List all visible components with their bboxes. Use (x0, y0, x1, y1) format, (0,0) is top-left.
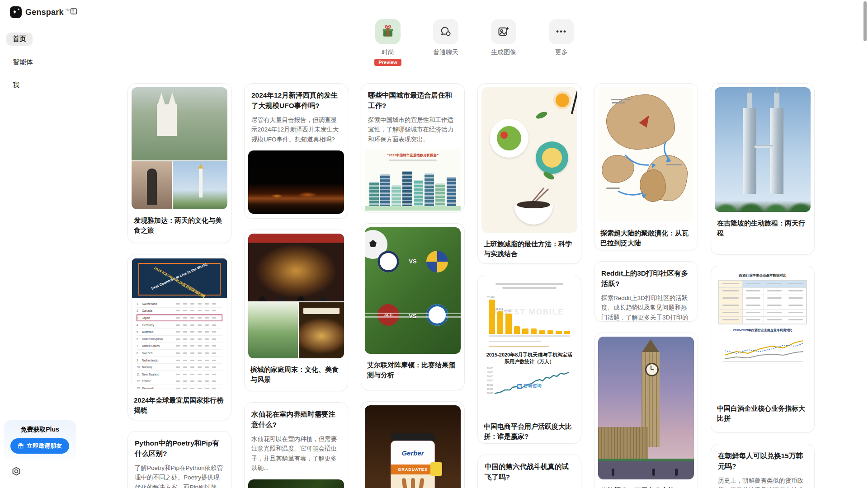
card-livable-chinese-cities[interactable]: 哪些中国城市最适合居住和工作? 探索中国城市的宜居性和工作适宜性，了解哪些城市在… (361, 83, 465, 212)
plus-promo-panel: 免费获取Plus 立即邀请朋友 (4, 420, 76, 460)
card-fat-loss-methods[interactable]: 上班族减脂的最佳方法：科学与实践结合 (477, 83, 581, 264)
sidebar-collapse-icon[interactable] (70, 8, 77, 15)
ranking-heading-line1: Best Countries to Live in the World, (142, 258, 217, 294)
action-fashion[interactable]: 时尚 Preview (370, 19, 406, 66)
ranking-row: 12France (137, 378, 222, 385)
card-gerber-baby-food[interactable]: Gerber GRADUATES lil' sticks turkey stic… (361, 401, 465, 488)
card-title: Python中的Poetry和Pip有什么区别? (135, 438, 224, 459)
petronas-towers-photo (715, 87, 811, 212)
zhiyan-watermark: 智研咨询 (524, 383, 542, 388)
card-ufo-new-jersey[interactable]: 2024年12月新泽西真的发生了大规模UFO事件吗? 尽管有大量目击报告，但调查… (244, 83, 348, 219)
chat-bubbles-icon (433, 19, 458, 44)
card-kuala-lumpur-trip[interactable]: 在吉隆坡的生动旅程：两天行程 (711, 83, 815, 255)
baijiu-line-chart (718, 333, 807, 366)
card-title: 中国白酒企业核心业务指标大比拼 (711, 401, 814, 429)
card-reddit-3d-printing[interactable]: Reddit上的3D打印社区有多活跃? 探索Reddit上3D打印社区的活跃度、… (594, 261, 698, 322)
ranking-row: 7United States (137, 343, 222, 350)
ranking-rows: 1Switzerland2Canada3Japan4Germany5Austra… (132, 298, 227, 389)
more-dots-icon: ••• (549, 19, 574, 44)
ranking-table-image: Best Countries to Live in the World, 202… (132, 258, 227, 389)
masonry-column-1: 发现雅加达：两天的文化与美食之旅 Best Countries to Live … (127, 83, 231, 488)
ranking-row: 10Norway (137, 364, 222, 371)
gerber-brand-label: Gerber (391, 441, 434, 465)
card-daffodil-care[interactable]: 水仙花在室内养殖时需要注意什么? 水仙花可以在室内种植，但需要注意光照和温度。它… (244, 402, 348, 488)
ranking-row: 9Netherlands (137, 357, 222, 364)
sidebar-nav: 首页 智能体 我 (6, 33, 39, 92)
graduates-band-label: GRADUATES (391, 465, 434, 474)
sidebar-item-home[interactable]: 首页 (6, 33, 33, 46)
sidebar-item-me[interactable]: 我 (6, 79, 26, 92)
card-body: 历史上，朝鲜曾有类似的货币政策，但目前缺乏足够证据支持或反驳这一说法。想了解更多… (718, 476, 807, 488)
penang-photo-collage (248, 234, 344, 358)
app-title: Genspark (25, 8, 64, 17)
masonry-column-2: 2024年12月新泽西真的发生了大规模UFO事件吗? 尽管有大量目击报告，但调查… (244, 83, 348, 488)
ranking-row: 13Denmark (137, 385, 222, 389)
card-supercontinent-evolution[interactable]: 探索超大陆的聚散演化：从瓦巴拉到泛大陆 (594, 83, 698, 250)
card-title: 槟城的家庭周末：文化、美食与风景 (245, 362, 348, 390)
taobao-line-chart: 90000800007000060000500004000030000 智智研咨… (486, 367, 573, 396)
action-bar: 时尚 Preview 普通聊天 生成图像 ••• 更多 (81, 19, 868, 66)
action-label: 普通聊天 (433, 48, 458, 56)
invite-friends-button[interactable]: 立即邀请朋友 (10, 438, 69, 454)
image-sparkle-icon (491, 19, 516, 44)
card-title: 中国电商平台用户活跃度大比拼：谁是赢家? (478, 419, 581, 444)
ranking-row: 6United Kingdom (137, 336, 222, 343)
baijiu-table-chart-image: 白酒行业中主企业基本数据对比 2016-2025年白酒行业主要企业净利润对比 (715, 270, 811, 397)
card-livable-countries-ranking[interactable]: Best Countries to Live in the World, 202… (127, 254, 231, 420)
city-illustration-image: “2022中国城市宜居指数分析报告” (365, 149, 461, 212)
baijiu-chart-title: 2016-2025年白酒行业主要企业净利润对比 (718, 328, 807, 333)
action-generate-image[interactable]: 生成图像 (486, 19, 521, 56)
masonry-column-4: 上班族减脂的最佳方法：科学与实践结合 QUEST MOBILE 57,49038… (477, 83, 581, 488)
card-body: 多方消息指出，中国的第六代战斗... (485, 487, 574, 488)
masonry-column-6: 在吉隆坡的生动旅程：两天行程 白酒行业中主企业基本数据对比 2016-2025年… (711, 83, 815, 488)
supercontinent-map-image (598, 87, 694, 222)
ranking-row: 11New Zealand (137, 371, 222, 378)
ranking-row: 2Canada (137, 308, 222, 315)
card-title: 哪些中国城市最适合居住和工作? (368, 90, 458, 111)
genspark-home-page: ✦✦ Genspark Beta 首页 智能体 我 免费获取Plus 立即邀请朋… (0, 0, 868, 488)
card-football-prediction[interactable]: AFC VS VS 艾尔联对阵摩顿：比赛结果预测与分析 (361, 223, 465, 390)
app-logo: ✦✦ Genspark Beta (10, 6, 74, 18)
genspark-logo-icon: ✦✦ (10, 6, 22, 18)
settings-gear-icon[interactable] (11, 466, 22, 477)
gift-box-icon (375, 19, 401, 44)
action-normal-chat[interactable]: 普通聊天 (428, 19, 463, 56)
promo-title: 免费获取Plus (4, 426, 76, 434)
card-north-korea-currency[interactable]: 在朝鲜每人可以兑换15万韩元吗? 历史上，朝鲜曾有类似的货币政策，但目前缺乏足够… (711, 444, 815, 488)
jakarta-photo-collage (132, 87, 227, 209)
preview-badge: Preview (374, 59, 401, 66)
card-body: 探索中国城市的宜居性和工作适宜性，了解哪些城市在经济活力和环保方面表现突出。 (368, 115, 458, 145)
card-penang-weekend[interactable]: 槟城的家庭周末：文化、美食与风景 (244, 230, 348, 391)
card-title: 2024年全球最宜居国家排行榜揭晓 (128, 393, 231, 420)
gerber-jar-image: Gerber GRADUATES lil' sticks turkey stic… (365, 405, 461, 488)
action-label: 更多 (555, 48, 568, 56)
vs-label: VS (365, 313, 461, 319)
card-poetry-vs-pip[interactable]: Python中的Poetry和Pip有什么区别? 了解Poetry和Pip在Py… (127, 431, 231, 488)
daffodils-image (248, 479, 344, 488)
ufo-night-sky-image (248, 150, 344, 214)
healthy-food-illustration (481, 87, 577, 233)
card-london-trip[interactable]: 伦敦探秘：三天文化之旅 (594, 333, 698, 488)
sidebar-item-agents[interactable]: 智能体 (6, 56, 39, 69)
gift-icon (18, 443, 24, 449)
card-body: 了解Poetry和Pip在Python依赖管理中的不同之处。Poetry提供现代… (135, 463, 224, 488)
baijiu-table-title: 白酒行业中主企业基本数据对比 (718, 273, 807, 278)
ranking-row: 4Germany (137, 322, 222, 329)
card-sixth-gen-fighter[interactable]: 中国的第六代战斗机真的试飞了吗? 多方消息指出，中国的第六代战斗... (477, 455, 581, 488)
card-body: 尽管有大量目击报告，但调查显示2024年12月新泽西并未发生大规模UFO事件。想… (251, 115, 341, 145)
action-more[interactable]: ••• 更多 (544, 19, 579, 56)
card-title: 艾尔联对阵摩顿：比赛结果预测与分析 (361, 357, 464, 385)
ranking-row: 3Japan (137, 314, 222, 322)
sidebar: ✦✦ Genspark Beta 首页 智能体 我 免费获取Plus 立即邀请朋… (0, 0, 81, 488)
card-title: 水仙花在室内养殖时需要注意什么? (251, 409, 341, 430)
card-title: 2024年12月新泽西真的发生了大规模UFO事件吗? (251, 90, 341, 111)
action-label: 时尚 (382, 48, 394, 56)
card-title: 伦敦探秘：三天文化之旅 (594, 483, 698, 488)
card-title: 在吉隆坡的生动旅程：两天行程 (711, 216, 814, 244)
card-ecommerce-activity[interactable]: QUEST MOBILE 57,49038,04433,767 2015-202… (477, 275, 581, 444)
football-crests-image: AFC VS VS (365, 227, 461, 354)
card-baijiu-metrics[interactable]: 白酒行业中主企业基本数据对比 2016-2025年白酒行业主要企业净利润对比 (711, 266, 815, 433)
big-ben-photo (598, 337, 694, 479)
card-jakarta-trip[interactable]: 发现雅加达：两天的文化与美食之旅 (127, 83, 231, 243)
ecommerce-charts-image: QUEST MOBILE 57,49038,04433,767 2015-202… (481, 279, 577, 415)
